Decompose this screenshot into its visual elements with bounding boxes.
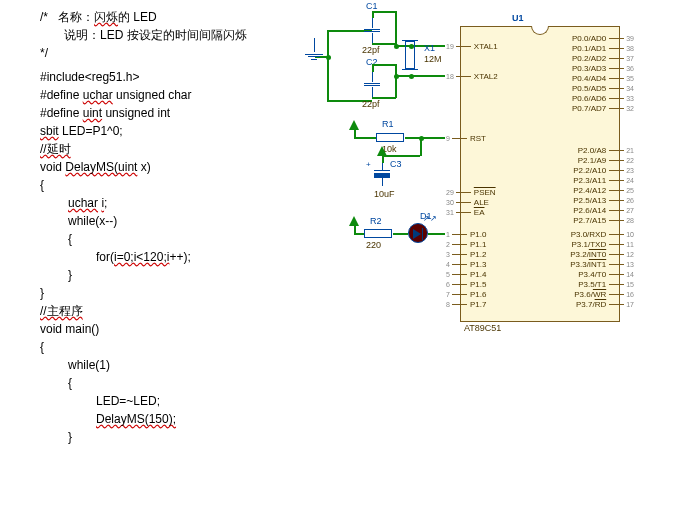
chip-pin[interactable]: P3.1/TXD11 — [569, 239, 636, 249]
chip-pin[interactable]: P2.0/A821 — [575, 145, 636, 155]
chip-pin[interactable]: 29PSEN — [444, 187, 499, 197]
chip-pin[interactable]: 30ALE — [444, 197, 492, 207]
chip-notch-icon — [531, 26, 549, 35]
code-line: while(1) — [40, 356, 290, 374]
wire — [382, 155, 420, 157]
pin-number: 8 — [446, 301, 450, 308]
chip-pin[interactable]: P0.7/AD732 — [569, 103, 636, 113]
chip-pin[interactable]: P3.5/T115 — [575, 279, 636, 289]
chip-pin[interactable]: P2.6/A1427 — [570, 205, 636, 215]
chip-pin[interactable]: P3.4/T014 — [575, 269, 636, 279]
pin-number: 37 — [626, 55, 634, 62]
code-line: void main() — [40, 320, 290, 338]
chip-pin[interactable]: P0.5/AD534 — [569, 83, 636, 93]
gnd-symbol — [305, 38, 323, 60]
chip-pin[interactable]: P0.6/AD633 — [569, 93, 636, 103]
power-terminal[interactable] — [349, 120, 359, 130]
chip-pin[interactable]: P2.3/A1124 — [570, 175, 636, 185]
chip-pin[interactable]: 6P1.5 — [444, 279, 489, 289]
chip-pin[interactable]: P2.1/A922 — [575, 155, 636, 165]
pin-number: 24 — [626, 177, 634, 184]
capacitor-c2[interactable] — [364, 72, 380, 97]
c1-val: 22pf — [362, 46, 380, 55]
pin-name: P2.4/A12 — [573, 186, 606, 195]
code-line: } — [40, 266, 290, 284]
chip-pin[interactable]: 1P1.0 — [444, 229, 489, 239]
chip-pin[interactable]: P2.7/A1528 — [570, 215, 636, 225]
chip-pin[interactable]: P3.7/RD17 — [573, 299, 636, 309]
chip-u1[interactable]: 19XTAL118XTAL29RST29PSEN30ALE31EA1P1.02P… — [460, 26, 620, 322]
code-line: for(i=0;i<120;i++); — [40, 248, 290, 266]
pin-number: 16 — [626, 291, 634, 298]
chip-pin[interactable]: P3.0/RXD10 — [568, 229, 636, 239]
pin-name: P1.6 — [470, 290, 486, 299]
code-line: } — [40, 284, 290, 302]
code-line: } — [40, 428, 290, 446]
chip-pin[interactable]: P0.1/AD138 — [569, 43, 636, 53]
pin-name: P0.5/AD5 — [572, 84, 606, 93]
pin-name: P0.1/AD1 — [572, 44, 606, 53]
chip-pin[interactable]: P0.4/AD435 — [569, 73, 636, 83]
pin-name: P1.3 — [470, 260, 486, 269]
capacitor-c1[interactable] — [364, 18, 380, 43]
chip-pin[interactable]: P0.2/AD237 — [569, 53, 636, 63]
junction-node — [419, 136, 424, 141]
pin-name: P1.7 — [470, 300, 486, 309]
pin-name: P3.0/RXD — [571, 230, 607, 239]
pin-number: 1 — [446, 231, 450, 238]
pin-name: P0.7/AD7 — [572, 104, 606, 113]
pin-number: 32 — [626, 105, 634, 112]
chip-pin[interactable]: 3P1.2 — [444, 249, 489, 259]
r1-ref: R1 — [382, 120, 394, 129]
chip-pin[interactable]: 8P1.7 — [444, 299, 489, 309]
led-d1[interactable] — [408, 223, 428, 243]
wire — [405, 137, 445, 139]
pin-name: P0.3/AD3 — [572, 64, 606, 73]
chip-pin[interactable]: 18XTAL2 — [444, 71, 501, 81]
chip-pin[interactable]: 19XTAL1 — [444, 41, 501, 51]
pin-name: P2.5/A13 — [573, 196, 606, 205]
pin-name: P0.4/AD4 — [572, 74, 606, 83]
pin-name: P2.0/A8 — [578, 146, 606, 155]
pin-number: 2 — [446, 241, 450, 248]
chip-pin[interactable]: 7P1.6 — [444, 289, 489, 299]
code-line: 说明：LED 按设定的时间间隔闪烁 — [40, 26, 290, 44]
wire — [372, 64, 396, 66]
chip-pin[interactable]: 2P1.1 — [444, 239, 489, 249]
chip-pin[interactable]: P3.6/WR16 — [571, 289, 636, 299]
junction-node — [409, 44, 414, 49]
pin-number: 10 — [626, 231, 634, 238]
pin-name: PSEN — [474, 188, 496, 197]
pin-name: P0.0/AD0 — [572, 34, 606, 43]
pin-name: P2.6/A14 — [573, 206, 606, 215]
chip-pin[interactable]: P3.2/INT012 — [567, 249, 636, 259]
source-code-panel: /* 名称：闪烁的 LED 说明：LED 按设定的时间间隔闪烁 */ #incl… — [0, 0, 290, 532]
x1-val: 12M — [424, 55, 442, 64]
pin-number: 4 — [446, 261, 450, 268]
pin-number: 23 — [626, 167, 634, 174]
pin-number: 3 — [446, 251, 450, 258]
pin-name: P3.7/RD — [576, 300, 606, 309]
pin-number: 30 — [446, 199, 454, 206]
chip-pin[interactable]: 4P1.3 — [444, 259, 489, 269]
chip-pin[interactable]: 5P1.4 — [444, 269, 489, 279]
chip-pin[interactable]: P0.0/AD039 — [569, 33, 636, 43]
resistor-r2[interactable] — [364, 229, 392, 238]
chip-pin[interactable]: P3.3/INT113 — [567, 259, 636, 269]
code-line: LED=~LED; — [40, 392, 290, 410]
schematic-canvas[interactable]: 19XTAL118XTAL29RST29PSEN30ALE31EA1P1.02P… — [290, 0, 693, 532]
chip-pin[interactable]: 9RST — [444, 133, 489, 143]
resistor-r1[interactable] — [376, 133, 404, 142]
chip-pin[interactable]: P2.5/A1326 — [570, 195, 636, 205]
wire — [372, 11, 396, 13]
power-terminal[interactable] — [349, 216, 359, 226]
polcap-c3[interactable]: + — [374, 162, 390, 186]
code-line: DelayMS(150); — [40, 410, 290, 428]
chip-pin[interactable]: P2.2/A1023 — [570, 165, 636, 175]
pin-number: 15 — [626, 281, 634, 288]
chip-pin[interactable]: 31EA — [444, 207, 487, 217]
wire — [395, 64, 397, 98]
chip-pin[interactable]: P2.4/A1225 — [570, 185, 636, 195]
c1-ref: C1 — [366, 2, 378, 11]
chip-pin[interactable]: P0.3/AD336 — [569, 63, 636, 73]
